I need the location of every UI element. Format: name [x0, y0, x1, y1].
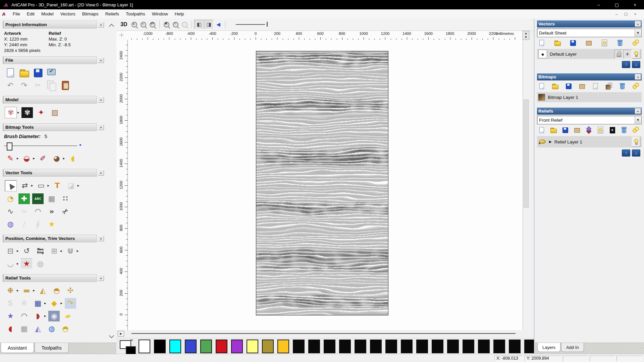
save-model[interactable]	[32, 67, 44, 78]
create-plane-flyout[interactable]: ▶	[33, 290, 35, 292]
zoom-objects-button[interactable]	[180, 20, 189, 29]
layer-colour-button[interactable]: ●	[538, 50, 547, 58]
create-shape[interactable]: ✚	[18, 193, 30, 204]
palette-swatch-20[interactable]	[447, 340, 459, 353]
scale-relief-height[interactable]: ◆	[48, 298, 60, 309]
previous-view-button[interactable]: ◀	[214, 20, 223, 29]
vector-sheet-dropdown[interactable]: Default Sheet ▼	[537, 28, 642, 37]
redo[interactable]: ↷	[18, 80, 30, 91]
horizontal-ruler[interactable]: millimetres -1000-800-600-400-2000200400…	[127, 31, 523, 40]
text-on-curve[interactable]: ↺	[21, 246, 32, 256]
free-sketch[interactable]: ≈	[18, 206, 30, 217]
palette-swatch-1[interactable]	[154, 340, 166, 353]
paint-tool-flyout[interactable]: ▶	[17, 158, 18, 160]
graypage-icon[interactable]	[591, 82, 599, 90]
interlock-vectors[interactable]: ◎	[35, 258, 46, 269]
dome-relief[interactable]: ◭	[32, 323, 44, 334]
slider-track[interactable]	[4, 145, 77, 146]
menu-edit[interactable]: Edit	[23, 10, 38, 18]
stack-icon[interactable]	[578, 82, 586, 90]
relief-layer-stack[interactable]: ▰	[62, 311, 73, 321]
monacopy-icon[interactable]	[605, 82, 613, 90]
lighting-setup[interactable]: ✦	[35, 107, 47, 118]
node-editing[interactable]: ∿	[5, 206, 16, 217]
disk-icon[interactable]	[561, 126, 569, 134]
panel-scroll-up-icon[interactable]	[109, 23, 114, 28]
horizontal-scrollbar[interactable]: ▶	[116, 330, 534, 336]
colour-palette-tool[interactable]: ◕	[51, 153, 62, 164]
create-rectangle-flyout[interactable]: ▶	[47, 185, 49, 187]
scale-relief-height-flyout[interactable]: ▶	[60, 302, 62, 305]
collapse-vectors-button[interactable]: ▲	[635, 21, 641, 27]
collapse-file-button[interactable]: ▲	[98, 57, 104, 63]
collapse-position-button[interactable]: ▲	[98, 236, 104, 241]
palette-swatch-6[interactable]	[231, 340, 243, 353]
calculate-relief-flyout[interactable]: ▶	[17, 290, 18, 292]
undo[interactable]: ↶	[5, 80, 16, 91]
switch-to-3d-button[interactable]: 3D	[120, 21, 127, 27]
menu-vectors[interactable]: Vectors	[57, 10, 79, 18]
trash-icon[interactable]	[616, 39, 624, 47]
mdi-minimize-button[interactable]: –	[612, 11, 621, 17]
greyscale-from-model[interactable]: ✾	[5, 107, 17, 118]
bulbs-icon[interactable]	[632, 82, 640, 90]
trash-icon[interactable]	[620, 126, 628, 134]
wrap-vectors[interactable]: ◍	[5, 219, 16, 230]
page-icon[interactable]	[538, 39, 546, 47]
centreline-tool[interactable]: ∮	[32, 219, 44, 230]
palette-swatch-16[interactable]	[385, 340, 397, 353]
colour-palette-tool-flyout[interactable]: ▶	[63, 158, 65, 160]
palette-swatch-0[interactable]	[139, 340, 150, 353]
align-vectors[interactable]: ⊟	[5, 246, 16, 256]
page-icon[interactable]	[538, 82, 546, 90]
weld-vectors[interactable]: ⋓	[65, 246, 76, 256]
zoom-out-button[interactable]: −	[139, 20, 148, 29]
tab-toolpaths[interactable]: Toolpaths	[35, 343, 69, 353]
collapse-bitmap-tools-button[interactable]: ▲	[98, 124, 104, 130]
merge-relief[interactable]: ✣	[65, 285, 76, 296]
palette-swatch-13[interactable]	[339, 340, 351, 353]
relief-panel-artwork[interactable]	[256, 51, 388, 315]
paint-selective[interactable]: ◒	[21, 153, 32, 164]
palette-swatch-18[interactable]	[416, 340, 428, 353]
contrast-slider[interactable]	[236, 21, 268, 28]
palette-swatch-5[interactable]	[216, 340, 227, 353]
fade-relief[interactable]: ◗	[32, 311, 44, 321]
layer-snap-button[interactable]: ✛	[623, 50, 632, 59]
texture-sphere[interactable]: ◍	[46, 323, 57, 334]
create-rectangle[interactable]: ▭	[35, 180, 47, 191]
folder-icon[interactable]	[553, 39, 561, 47]
smooth-relief[interactable]: S	[5, 298, 16, 309]
align-vectors-flyout[interactable]: ▶	[17, 250, 18, 252]
menu-reliefs[interactable]: Reliefs	[102, 10, 122, 18]
flood-fill-tool[interactable]: ◖	[67, 153, 78, 164]
bulbframe-icon[interactable]	[596, 126, 604, 134]
transform-vectors[interactable]: ⇄	[19, 180, 31, 191]
palette-swatch-15[interactable]	[370, 340, 382, 353]
collapse-reliefs-button[interactable]: ▲	[635, 108, 641, 114]
zoom-fit-button[interactable]: ▣	[162, 20, 171, 29]
palette-swatch-23[interactable]	[493, 340, 505, 353]
menu-model[interactable]: Model	[38, 10, 57, 18]
disk-icon[interactable]	[569, 39, 577, 47]
bulbframe-icon[interactable]	[600, 39, 608, 47]
collapse-relief-tools-button[interactable]: ▲	[98, 275, 104, 281]
panel-scroll-down-icon[interactable]	[109, 334, 114, 339]
brush-diameter-slider[interactable]	[4, 142, 77, 149]
envelope-relief[interactable]: ◠	[18, 311, 30, 321]
fit-polyline[interactable]: ∕	[18, 219, 30, 230]
stamp-icon[interactable]	[608, 126, 616, 134]
collapse-model-button[interactable]: ▲	[98, 97, 104, 103]
open-model[interactable]	[18, 67, 30, 78]
ruler-origin-button[interactable]	[116, 31, 128, 40]
primary-secondary-colour[interactable]: ∞	[120, 340, 137, 354]
move-relief-down-button[interactable]: ↓	[632, 149, 640, 157]
zoom-previous-button[interactable]: ↶	[148, 20, 157, 29]
menu-toolpaths[interactable]: Toolpaths	[122, 10, 149, 18]
folder-icon[interactable]	[549, 126, 557, 134]
horizontal-scrollbar-thumb[interactable]	[131, 333, 516, 334]
palette-swatch-11[interactable]	[308, 340, 320, 353]
emboss-relief[interactable]: ◉	[48, 311, 60, 321]
cut[interactable]: ✂	[32, 80, 44, 91]
fade-relief-flyout[interactable]: ▶	[44, 315, 46, 317]
